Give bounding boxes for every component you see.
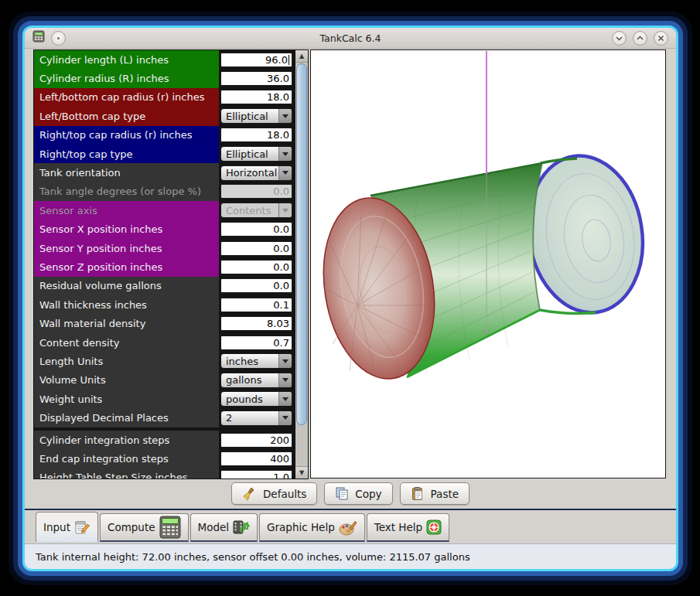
tab-bar: InputComputeModelGraphic HelpText Help xyxy=(25,512,676,542)
input-residual-volume-gallons[interactable]: 0.0 xyxy=(220,278,292,293)
input-tank-angle-degrees-or-slope: 0.0 xyxy=(220,184,292,199)
scroll-down-arrow-icon[interactable]: ▼ xyxy=(295,466,308,479)
field-label-cylinder-length-l-inches: Cylinder length (L) inches xyxy=(34,50,219,69)
input-right-top-cap-radius-r-inches[interactable]: 18.0 xyxy=(220,128,292,142)
form-row-length-units: Length Unitsinches xyxy=(34,352,294,370)
paste-button[interactable]: Paste xyxy=(400,482,470,505)
field-control-cell: 1.0 xyxy=(219,468,294,479)
form-row-right-top-cap-type: Right/top cap typeElliptical xyxy=(34,145,294,163)
selected-value: Contents xyxy=(221,203,278,217)
selected-value: Elliptical xyxy=(221,147,278,161)
select-sensor-axis: Contents xyxy=(220,203,292,218)
window-title: TankCalc 6.4 xyxy=(25,32,676,44)
input-sensor-z-position-inches[interactable]: 0.0 xyxy=(220,260,292,274)
field-control-cell: 0.0 xyxy=(219,277,294,295)
form-row-displayed-decimal-places: Displayed Decimal Places2 xyxy=(34,408,294,427)
input-cylinder-integration-steps[interactable]: 200 xyxy=(220,433,292,448)
field-control-cell: Elliptical xyxy=(219,107,294,125)
select-weight-units[interactable]: pounds xyxy=(220,391,292,407)
field-label-sensor-z-position-inches: Sensor Z position inches xyxy=(34,257,219,276)
selected-value: Horizontal xyxy=(221,166,278,180)
form-scrollbar[interactable]: ▲ ▼ xyxy=(295,49,309,479)
select-right-top-cap-type[interactable]: Elliptical xyxy=(220,146,292,162)
tab-graphic-help[interactable]: Graphic Help xyxy=(259,513,365,542)
form-row-tank-angle-degrees-or-slope: Tank angle degrees (or slope %)0.0 xyxy=(34,182,294,201)
field-label-displayed-decimal-places: Displayed Decimal Places xyxy=(34,408,219,427)
field-label-right-top-cap-radius-r-inches: Right/top cap radius (r) inches xyxy=(34,126,219,145)
calculator-large-icon xyxy=(159,516,181,539)
input-cylinder-length-l-inches[interactable]: 96.0 xyxy=(220,53,292,67)
field-label-weight-units: Weight units xyxy=(34,390,219,408)
form-row-tank-orientation: Tank orientationHorizontal xyxy=(34,163,294,182)
tab-model[interactable]: Model xyxy=(190,513,258,542)
copy-icon xyxy=(335,486,350,501)
field-label-wall-material-density: Wall material density xyxy=(34,314,219,332)
tab-compute[interactable]: Compute xyxy=(100,513,189,542)
field-control-cell: Elliptical xyxy=(219,145,294,163)
input-sensor-x-position-inches[interactable]: 0.0 xyxy=(220,222,292,237)
button-label: Copy xyxy=(355,488,381,500)
select-left-bottom-cap-type[interactable]: Elliptical xyxy=(220,108,292,124)
input-end-cap-integration-steps[interactable]: 400 xyxy=(220,451,292,466)
form-row-height-table-step-size-inches: Height Table Step Size inches1.0 xyxy=(34,468,294,479)
chevron-down-icon xyxy=(278,109,292,123)
tab-label: Text Help xyxy=(374,521,422,533)
input-height-table-step-size-inches[interactable]: 1.0 xyxy=(220,470,292,479)
input-left-bottom-cap-radius-r-inches[interactable]: 18.0 xyxy=(220,90,292,104)
select-tank-orientation[interactable]: Horizontal xyxy=(220,165,292,181)
field-label-left-bottom-cap-type: Left/Bottom cap type xyxy=(34,107,219,125)
tank-3d-viewport[interactable] xyxy=(310,49,666,479)
tab-text-help[interactable]: Text Help xyxy=(367,513,449,542)
select-displayed-decimal-places[interactable]: 2 xyxy=(220,410,292,426)
field-label-residual-volume-gallons: Residual volume gallons xyxy=(34,277,219,295)
tab-label: Model xyxy=(198,521,230,533)
form-row-weight-units: Weight unitspounds xyxy=(34,390,294,408)
tab-label: Compute xyxy=(108,521,155,533)
status-bar: Tank internal height: 72.00 inches, sens… xyxy=(25,543,676,569)
field-label-cylinder-integration-steps: Cylinder integration steps xyxy=(34,431,219,449)
field-label-content-density: Content density xyxy=(34,333,219,352)
field-control-cell: 0.0 xyxy=(219,182,294,201)
chevron-down-icon xyxy=(278,411,292,425)
calculator-icon xyxy=(32,30,45,46)
minimize-button[interactable] xyxy=(612,31,627,46)
scroll-up-arrow-icon[interactable]: ▲ xyxy=(295,50,308,63)
tab-label: Input xyxy=(43,521,70,533)
status-text: Tank internal height: 72.00 inches, sens… xyxy=(36,551,470,563)
titlebar[interactable]: TankCalc 6.4 xyxy=(25,28,676,49)
input-sensor-y-position-inches[interactable]: 0.0 xyxy=(220,241,292,256)
field-control-cell: 96.0 xyxy=(219,50,294,69)
input-wall-material-density[interactable]: 8.03 xyxy=(220,316,292,331)
field-label-wall-thickness-inches: Wall thickness inches xyxy=(34,295,219,314)
scrollbar-thumb[interactable] xyxy=(296,63,307,425)
film-note-icon xyxy=(233,519,250,536)
field-control-cell: inches xyxy=(219,352,294,370)
input-wall-thickness-inches[interactable]: 0.1 xyxy=(220,298,292,312)
tab-input[interactable]: Input xyxy=(36,512,98,542)
close-button[interactable] xyxy=(654,31,668,46)
form-row-left-bottom-cap-radius-r-inches: Left/bottom cap radius (r) inches18.0 xyxy=(34,88,294,107)
defaults-button[interactable]: Defaults xyxy=(231,482,317,505)
chevron-up-icon xyxy=(636,34,644,43)
notepad-pencil-icon xyxy=(74,519,90,535)
select-length-units[interactable]: inches xyxy=(220,353,292,369)
chevron-down-icon xyxy=(278,354,292,368)
window-menu-button[interactable] xyxy=(51,31,66,46)
field-label-right-top-cap-type: Right/top cap type xyxy=(34,145,219,163)
select-volume-units[interactable]: gallons xyxy=(220,373,292,388)
copy-button[interactable]: Copy xyxy=(324,482,392,505)
selected-value: 2 xyxy=(221,411,278,425)
input-content-density[interactable]: 0.7 xyxy=(220,335,292,350)
maximize-button[interactable] xyxy=(633,31,647,46)
chevron-down-icon xyxy=(278,166,292,180)
input-cylinder-radius-r-inches[interactable]: 36.0 xyxy=(220,71,292,86)
field-label-length-units: Length Units xyxy=(34,352,219,370)
field-control-cell: 18.0 xyxy=(219,88,294,107)
chevron-down-icon xyxy=(615,34,623,43)
form-row-right-top-cap-radius-r-inches: Right/top cap radius (r) inches18.0 xyxy=(34,126,294,145)
field-label-sensor-x-position-inches: Sensor X position inches xyxy=(34,220,219,239)
form-row-end-cap-integration-steps: End cap integration steps400 xyxy=(34,449,294,468)
text-caret xyxy=(289,55,289,65)
tankcalc-window: TankCalc 6.4 Cylinder length (L) inches9… xyxy=(25,28,676,569)
form-row-sensor-x-position-inches: Sensor X position inches0.0 xyxy=(34,220,294,239)
